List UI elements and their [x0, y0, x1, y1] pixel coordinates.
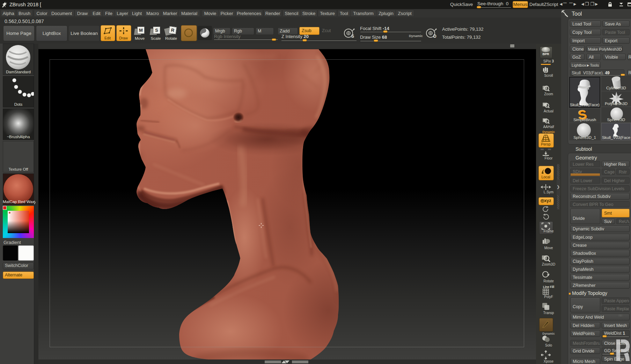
svg-text:S: S: [351, 34, 354, 39]
svg-text:D: D: [433, 34, 436, 39]
